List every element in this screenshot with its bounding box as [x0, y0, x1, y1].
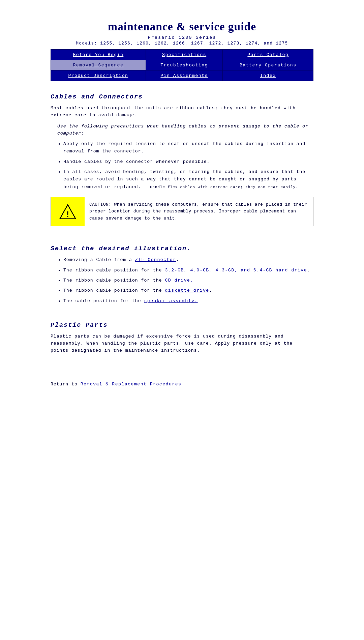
nav-link-product-description[interactable]: Product Description [68, 73, 128, 78]
list-item: Apply only the required tension to seat … [63, 140, 313, 155]
bullet-text: Removing a Cable from a [63, 257, 135, 262]
list-item: In all cases, avoid bending, twisting, o… [63, 168, 313, 191]
nav-link-battery-operations[interactable]: Battery Operations [240, 63, 297, 68]
nav-link-parts-catalog[interactable]: Parts Catalog [247, 52, 289, 57]
list-item: The cable position for the speaker assem… [63, 297, 313, 305]
nav-cell-troubleshooting: Troubleshooting [146, 60, 223, 70]
nav-link-before-you-begin[interactable]: Before You Begin [73, 52, 123, 57]
bullet-text: The cable position for the [63, 298, 144, 303]
nav-cell-pin-assignments: Pin Assignments [146, 70, 223, 81]
bullet-text: The ribbon cable position for the [63, 278, 165, 283]
caution-text: CAUTION: When servicing these computers,… [85, 197, 313, 226]
nav-cell-product-description: Product Description [51, 70, 146, 81]
diskette-drive-link[interactable]: diskette drive [165, 288, 209, 293]
nav-cell-removal-sequence: Removal Sequence [51, 60, 146, 70]
list-item: The ribbon cable position for the 3.2-GB… [63, 267, 313, 274]
list-item: Removing a Cable from a ZIF Connector. [63, 256, 313, 264]
caution-icon-cell: ! [51, 197, 85, 226]
nav-link-removal-sequence[interactable]: Removal Sequence [73, 63, 123, 68]
return-link[interactable]: Removal & Replacement Procedures [81, 382, 182, 387]
nav-cell-before-you-begin: Before You Begin [51, 50, 146, 60]
svg-text:!: ! [65, 210, 70, 219]
list-item: The ribbon cable position for the CD dri… [63, 277, 313, 284]
cd-drive-link[interactable]: CD drive. [165, 278, 193, 283]
nav-link-pin-assignments[interactable]: Pin Assignments [160, 73, 208, 78]
bullet-text: The ribbon cable position for the [63, 268, 165, 273]
nav-row-1: Before You Begin Specifications Parts Ca… [51, 50, 313, 60]
return-text: Return to [51, 382, 81, 387]
bullet-text: The ribbon cable position for the [63, 288, 165, 293]
caution-triangle-icon: ! [59, 203, 76, 220]
nav-link-specifications[interactable]: Specifications [162, 52, 206, 57]
subtitle: Presario 1200 Series [51, 35, 313, 40]
return-link-container: Return to Removal & Replacement Procedur… [51, 382, 313, 387]
nav-table: Before You Begin Specifications Parts Ca… [51, 49, 313, 81]
section1-heading: Cables and Connectors [51, 93, 313, 100]
section3-para1: Plastic parts can be damaged if excessiv… [51, 333, 313, 354]
nav-cell-battery-operations: Battery Operations [223, 60, 313, 70]
nav-row-2: Removal Sequence Troubleshooting Battery… [51, 60, 313, 70]
section1-para1: Most cables used throughout the units ar… [51, 105, 313, 119]
zif-connector-link[interactable]: ZIF Connector [135, 257, 176, 262]
small-note: Handle flex cables with extreme care; th… [150, 185, 298, 189]
models-text: Models: 1255, 1256, 1260, 1262, 1266, 12… [51, 41, 313, 46]
section3-heading: Plastic Parts [51, 322, 313, 329]
section1-bullet-list: Apply only the required tension to seat … [63, 140, 313, 191]
speaker-assembly-link[interactable]: speaker assembly. [144, 298, 198, 303]
section2-heading: Select the desired illustration. [51, 245, 313, 252]
nav-cell-specifications: Specifications [146, 50, 223, 60]
list-item: The ribbon cable position for the disket… [63, 287, 313, 294]
nav-cell-parts-catalog: Parts Catalog [223, 50, 313, 60]
nav-link-troubleshooting[interactable]: Troubleshooting [160, 63, 208, 68]
section1-para2: Use the following precautions when handl… [57, 123, 313, 137]
caution-box: ! CAUTION: When servicing these computer… [51, 197, 313, 226]
list-item: Handle cables by the connector whenever … [63, 158, 313, 166]
section2-bullet-list: Removing a Cable from a ZIF Connector. T… [63, 256, 313, 305]
divider [51, 87, 313, 87]
nav-row-3: Product Description Pin Assignments Inde… [51, 70, 313, 81]
page-title: maintenance & service guide [51, 20, 313, 33]
hard-drive-link[interactable]: 3.2-GB, 4.0-GB, 4.3-GB, and 6.4-GB hard … [165, 268, 307, 273]
nav-link-index[interactable]: Index [260, 73, 276, 78]
nav-cell-index: Index [223, 70, 313, 81]
